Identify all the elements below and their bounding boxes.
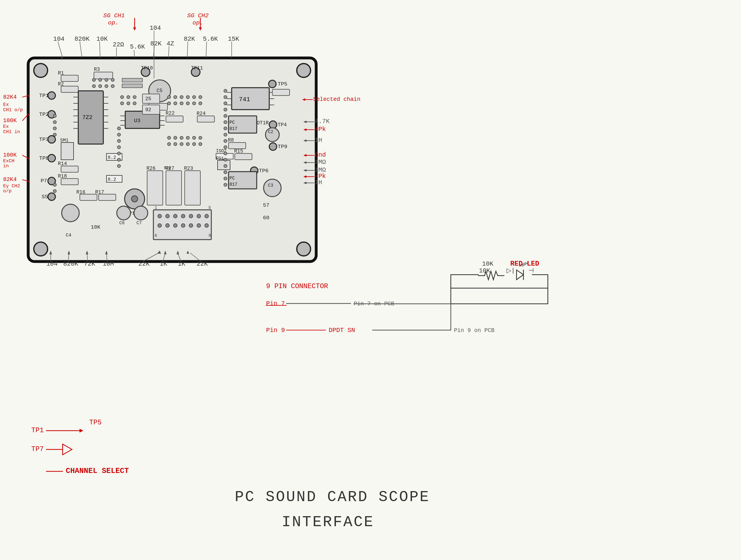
svg-text:4.7K: 4.7K bbox=[315, 118, 330, 125]
svg-text:INTERFACE: INTERFACE bbox=[282, 514, 374, 531]
svg-point-154 bbox=[105, 78, 108, 81]
svg-text:10K: 10K bbox=[96, 36, 108, 43]
svg-point-52 bbox=[62, 204, 79, 222]
svg-rect-89 bbox=[272, 89, 289, 96]
svg-text:1MΩ: 1MΩ bbox=[315, 159, 326, 166]
svg-text:CH1 in: CH1 in bbox=[3, 129, 20, 135]
svg-point-12 bbox=[48, 92, 55, 99]
svg-text:1K: 1K bbox=[178, 260, 185, 267]
svg-point-162 bbox=[133, 96, 136, 99]
svg-point-170 bbox=[224, 114, 227, 117]
svg-rect-42 bbox=[61, 179, 78, 185]
svg-point-214 bbox=[174, 142, 177, 146]
svg-point-2 bbox=[34, 64, 48, 77]
svg-text:U3: U3 bbox=[134, 118, 140, 124]
svg-text:+Pk: +Pk bbox=[315, 126, 326, 133]
svg-point-218 bbox=[199, 142, 202, 146]
svg-point-195 bbox=[167, 96, 171, 99]
svg-point-212 bbox=[199, 136, 202, 139]
svg-point-143 bbox=[174, 224, 177, 227]
svg-point-196 bbox=[174, 96, 177, 99]
svg-text:8.2: 8.2 bbox=[108, 177, 116, 182]
svg-text:82K: 82K bbox=[150, 40, 161, 47]
svg-point-188 bbox=[117, 127, 121, 130]
svg-text:⊣: ⊣ bbox=[528, 267, 534, 274]
svg-point-210 bbox=[186, 136, 189, 139]
svg-point-190 bbox=[117, 139, 121, 142]
svg-text:R14: R14 bbox=[58, 161, 67, 167]
svg-rect-50 bbox=[98, 194, 116, 200]
svg-point-145 bbox=[189, 224, 193, 227]
svg-point-142 bbox=[165, 224, 170, 227]
svg-point-207 bbox=[167, 136, 171, 139]
svg-point-158 bbox=[105, 84, 108, 88]
svg-text:7Z2: 7Z2 bbox=[82, 114, 92, 121]
svg-text:R18: R18 bbox=[58, 174, 67, 179]
svg-text:9: 9 bbox=[208, 233, 211, 238]
svg-text:C3: C3 bbox=[268, 183, 273, 188]
svg-point-191 bbox=[117, 146, 121, 149]
svg-point-217 bbox=[193, 142, 196, 146]
svg-text:TP5: TP5 bbox=[89, 419, 102, 427]
svg-text:5.6K: 5.6K bbox=[203, 36, 218, 43]
svg-text:6: 6 bbox=[155, 233, 157, 238]
svg-point-16 bbox=[48, 136, 55, 143]
svg-point-164 bbox=[127, 102, 130, 105]
svg-text:TP4: TP4 bbox=[278, 122, 287, 128]
svg-rect-100 bbox=[228, 142, 246, 149]
svg-point-201 bbox=[167, 102, 171, 105]
svg-text:10K: 10K bbox=[91, 224, 100, 230]
svg-text:R16: R16 bbox=[76, 189, 85, 195]
svg-point-139 bbox=[197, 214, 201, 218]
svg-point-189 bbox=[117, 133, 121, 136]
svg-text:PC: PC bbox=[229, 176, 235, 181]
svg-point-176 bbox=[224, 152, 227, 155]
svg-text:Ex: Ex bbox=[3, 124, 9, 129]
svg-point-211 bbox=[193, 136, 196, 139]
svg-text:1H: 1H bbox=[315, 136, 322, 144]
svg-text:9 PIN CONNECTOR: 9 PIN CONNECTOR bbox=[266, 283, 328, 290]
svg-point-179 bbox=[224, 171, 227, 174]
svg-point-98 bbox=[269, 143, 277, 150]
svg-point-202 bbox=[174, 102, 177, 105]
svg-text:P7: P7 bbox=[41, 178, 47, 184]
svg-point-22 bbox=[48, 193, 55, 200]
svg-text:CH1 o/p: CH1 o/p bbox=[3, 108, 23, 113]
svg-rect-63 bbox=[122, 78, 142, 82]
svg-point-136 bbox=[174, 214, 177, 218]
svg-text:C5: C5 bbox=[156, 88, 162, 94]
svg-point-113 bbox=[264, 179, 281, 197]
svg-text:in: in bbox=[3, 164, 9, 169]
svg-rect-40 bbox=[61, 166, 78, 172]
svg-point-215 bbox=[180, 142, 183, 146]
svg-rect-79 bbox=[232, 88, 269, 110]
svg-text:C2: C2 bbox=[268, 129, 273, 134]
svg-text:TP1: TP1 bbox=[31, 427, 44, 434]
svg-point-177 bbox=[224, 158, 227, 161]
svg-point-183 bbox=[53, 121, 56, 124]
svg-text:TP9: TP9 bbox=[278, 144, 287, 150]
svg-text:OT1R: OT1R bbox=[257, 120, 269, 126]
svg-point-172 bbox=[224, 127, 227, 130]
svg-point-178 bbox=[224, 165, 227, 168]
svg-text:820K: 820K bbox=[74, 36, 89, 43]
svg-text:R8: R8 bbox=[228, 137, 234, 143]
svg-point-152 bbox=[92, 78, 95, 81]
svg-rect-10 bbox=[94, 72, 113, 79]
svg-text:C7: C7 bbox=[136, 221, 142, 226]
svg-text:PC: PC bbox=[229, 120, 235, 125]
svg-text:SG CH2: SG CH2 bbox=[187, 12, 208, 19]
svg-text:R24: R24 bbox=[197, 111, 206, 117]
svg-text:10K: 10K bbox=[479, 267, 490, 274]
svg-text:72K: 72K bbox=[84, 260, 95, 267]
svg-text:15K: 15K bbox=[228, 36, 239, 43]
svg-text:817: 817 bbox=[229, 126, 237, 131]
svg-point-137 bbox=[181, 214, 185, 218]
svg-point-141 bbox=[158, 224, 161, 227]
svg-text:5.6K: 5.6K bbox=[130, 43, 145, 50]
svg-text:22K: 22K bbox=[197, 260, 208, 267]
svg-point-204 bbox=[186, 102, 189, 105]
svg-point-173 bbox=[224, 133, 227, 136]
svg-point-167 bbox=[224, 96, 227, 99]
svg-text:RED LED: RED LED bbox=[510, 260, 539, 268]
